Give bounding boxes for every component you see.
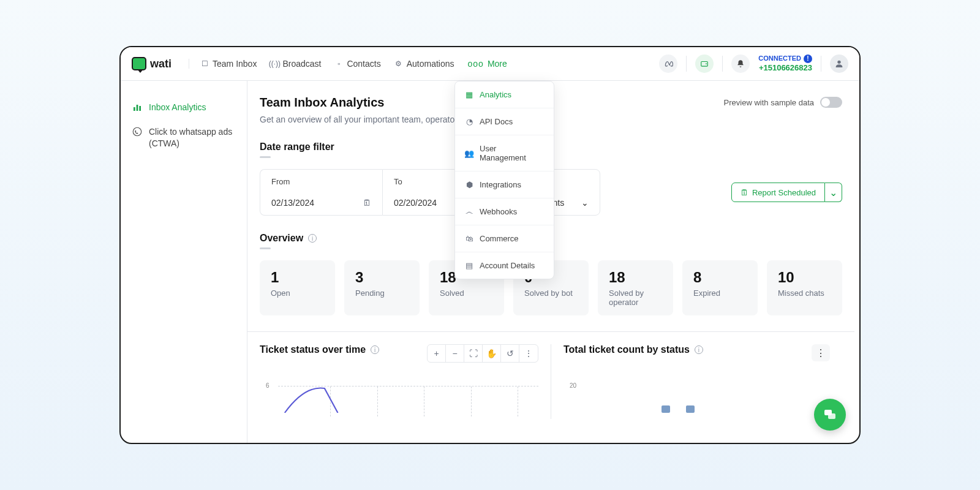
dropdown-analytics[interactable]: ▦ Analytics xyxy=(455,81,554,108)
gear-icon: ⚙ xyxy=(394,59,403,68)
dropdown-webhooks[interactable]: ෴ Webhooks xyxy=(455,198,554,225)
nav-more[interactable]: ooo More xyxy=(468,59,507,69)
chart-title: Total ticket count by status i xyxy=(564,344,842,355)
stat-missed-chats: 10Missed chats xyxy=(767,260,842,315)
sidebar-item-label: Inbox Analytics xyxy=(149,102,206,114)
nav-label: Team Inbox xyxy=(213,59,257,69)
info-badge-icon: ! xyxy=(804,55,812,63)
preview-toggle[interactable] xyxy=(820,97,842,108)
pan-button[interactable]: ✋ xyxy=(483,345,501,362)
nav-contacts[interactable]: ▫ Contacts xyxy=(334,59,380,69)
y-tick: 20 xyxy=(570,382,576,389)
info-icon[interactable]: i xyxy=(371,345,379,354)
user-avatar[interactable] xyxy=(830,55,848,73)
nav-label: Contacts xyxy=(347,59,380,69)
report-button-group: 🗓 Report Scheduled ⌄ xyxy=(731,183,842,202)
report-dropdown-caret[interactable]: ⌄ xyxy=(825,183,842,202)
chat-fab[interactable] xyxy=(814,399,846,431)
bell-icon xyxy=(736,59,745,68)
dropdown-user-management[interactable]: 👥 User Management xyxy=(455,135,554,172)
account-icon: ▤ xyxy=(465,262,473,270)
nav-label: More xyxy=(488,59,507,69)
reset-button[interactable]: ↺ xyxy=(501,345,519,362)
notifications-button[interactable] xyxy=(731,55,750,73)
dropdown-integrations[interactable]: ⬢ Integrations xyxy=(455,172,554,198)
divider xyxy=(722,56,723,72)
chevron-down-icon: ⌄ xyxy=(829,187,837,198)
svg-point-2 xyxy=(837,61,840,64)
chart-menu-button[interactable]: ⋮ xyxy=(519,345,538,362)
person-icon xyxy=(834,59,844,69)
info-icon[interactable]: i xyxy=(695,345,703,354)
dropdown-label: User Management xyxy=(480,144,544,162)
chart-toolbar: + − ⛶ ✋ ↺ ⋮ xyxy=(427,344,538,363)
zoom-out-button[interactable]: − xyxy=(446,345,464,362)
top-nav: ☐ Team Inbox ((·)) Broadcast ▫ Contacts … xyxy=(189,59,507,69)
svg-rect-3 xyxy=(134,107,135,111)
svg-rect-4 xyxy=(137,105,138,111)
report-scheduled-button[interactable]: 🗓 Report Scheduled xyxy=(731,183,825,202)
info-icon[interactable]: i xyxy=(308,234,317,243)
dropdown-api-docs[interactable]: ◔ API Docs xyxy=(455,108,554,135)
sidebar-inbox-analytics[interactable]: Inbox Analytics xyxy=(129,96,238,120)
analytics-icon: ▦ xyxy=(465,91,473,99)
meta-icon-button[interactable] xyxy=(659,55,677,73)
stat-pending: 3Pending xyxy=(344,260,420,315)
section-underline xyxy=(260,156,271,158)
topbar: wati ☐ Team Inbox ((·)) Broadcast ▫ Cont… xyxy=(121,47,859,81)
svg-rect-8 xyxy=(686,405,695,413)
broadcast-icon: ((·)) xyxy=(270,59,279,68)
dropdown-account-details[interactable]: ▤ Account Details xyxy=(455,252,554,279)
wallet-icon xyxy=(700,59,709,68)
sidebar-ctwa[interactable]: Click to whatsapp ads (CTWA) xyxy=(129,120,238,156)
preview-label: Preview with sample data xyxy=(724,98,814,107)
calendar-small-icon: 🗓 xyxy=(741,188,748,197)
chart-canvas: 6 xyxy=(260,382,538,413)
inbox-icon: ☐ xyxy=(200,59,209,68)
nav-broadcast[interactable]: ((·)) Broadcast xyxy=(270,59,321,69)
chart-canvas: 20 xyxy=(564,382,842,413)
connection-status[interactable]: CONNECTED ! +15106626823 xyxy=(758,54,812,73)
chart-menu-button[interactable]: ⋮ xyxy=(812,344,830,361)
fullscreen-button[interactable]: ⛶ xyxy=(464,345,483,362)
stat-solved-by-operator: 18Solved by operator xyxy=(598,260,673,315)
section-underline xyxy=(260,247,271,249)
stat-expired: 8Expired xyxy=(682,260,758,315)
sidebar: Inbox Analytics Click to whatsapp ads (C… xyxy=(121,81,247,443)
stat-open: 1Open xyxy=(260,260,335,315)
from-date-input[interactable]: From 02/13/2024 🗓 xyxy=(260,169,382,216)
chat-bubble-icon xyxy=(132,57,146,70)
dropdown-label: Integrations xyxy=(480,180,521,189)
dropdown-label: Analytics xyxy=(480,90,511,99)
dropdown-commerce[interactable]: 🛍 Commerce xyxy=(455,225,554,252)
brand-logo[interactable]: wati xyxy=(132,57,172,70)
contacts-icon: ▫ xyxy=(334,59,343,68)
integrations-icon: ⬢ xyxy=(465,181,473,189)
app-window: wati ☐ Team Inbox ((·)) Broadcast ▫ Cont… xyxy=(119,46,861,444)
sidebar-item-label: Click to whatsapp ads (CTWA) xyxy=(149,126,236,150)
zoom-in-button[interactable]: + xyxy=(428,345,446,362)
svg-rect-10 xyxy=(828,413,835,419)
chevron-down-icon: ⌄ xyxy=(581,198,589,208)
brand-name: wati xyxy=(150,58,172,70)
topbar-right: CONNECTED ! +15106626823 xyxy=(659,54,848,73)
svg-rect-5 xyxy=(139,106,141,111)
divider xyxy=(686,56,687,72)
dropdown-label: Account Details xyxy=(480,261,535,270)
chat-bubbles-icon xyxy=(823,407,837,422)
api-icon: ◔ xyxy=(465,118,473,126)
nav-automations[interactable]: ⚙ Automations xyxy=(394,59,454,69)
from-value: 02/13/2024 xyxy=(271,198,314,208)
divider xyxy=(821,56,821,72)
wallet-button[interactable] xyxy=(695,55,714,73)
calendar-icon: 🗓 xyxy=(363,198,371,208)
svg-rect-7 xyxy=(662,405,670,413)
whatsapp-icon xyxy=(132,126,143,137)
chart-total-ticket-count: Total ticket count by status i ⋮ 20 xyxy=(551,344,842,419)
from-label: From xyxy=(271,177,371,186)
svg-point-6 xyxy=(133,127,141,136)
commerce-icon: 🛍 xyxy=(465,235,473,243)
more-dots-icon: ooo xyxy=(468,59,484,69)
nav-team-inbox[interactable]: ☐ Team Inbox xyxy=(200,59,257,69)
status-text: CONNECTED xyxy=(758,54,801,62)
